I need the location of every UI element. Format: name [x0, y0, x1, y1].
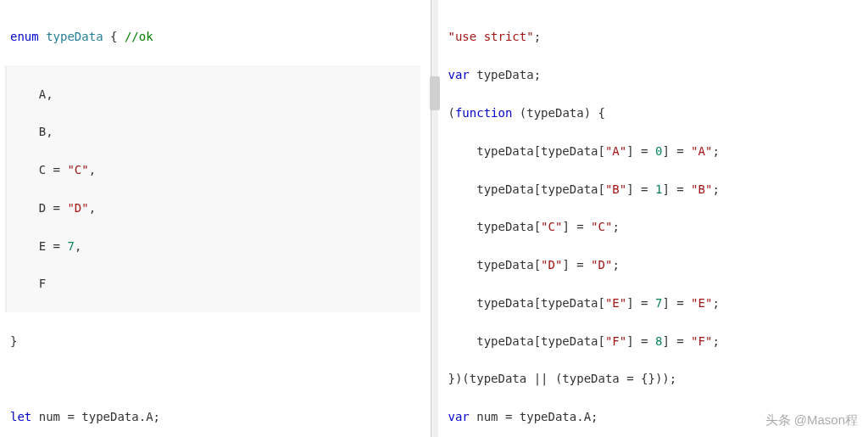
- statement: num = typeData.A;: [470, 410, 598, 423]
- enum-member: A,: [39, 87, 53, 101]
- brace-close: }: [10, 334, 17, 348]
- punct: ;: [612, 258, 619, 272]
- punct: ;: [612, 220, 619, 233]
- enum-member: C =: [39, 163, 68, 176]
- punct: ] =: [626, 296, 655, 310]
- keyword-function: function: [455, 106, 512, 120]
- string-literal: "D": [591, 258, 612, 272]
- string-literal: "E": [605, 296, 626, 310]
- punct: ] =: [662, 182, 691, 196]
- panel-divider[interactable]: [431, 0, 438, 437]
- punct: ] =: [662, 296, 691, 310]
- punct: ] =: [626, 182, 655, 196]
- statement: typeData[: [448, 220, 542, 233]
- code-line: D = "D",: [10, 199, 420, 217]
- punct: ;: [712, 296, 719, 310]
- string-literal: "D": [541, 258, 562, 272]
- code-line: (function (typeData) {: [448, 104, 859, 122]
- statement: typeData[typeData[: [448, 182, 605, 196]
- code-line: let num = typeData.A;: [10, 407, 420, 426]
- string-literal: "C": [591, 220, 612, 233]
- right-code-panel[interactable]: "use strict"; var typeData; (function (t…: [438, 0, 869, 437]
- code-line: E = 7,: [10, 237, 420, 255]
- keyword-let: let: [10, 410, 31, 423]
- code-line: "use strict";: [448, 27, 859, 46]
- code-line: typeData[typeData["B"] = 1] = "B";: [448, 180, 859, 199]
- string-literal: "F": [605, 334, 626, 348]
- string-literal: "B": [605, 182, 626, 196]
- code-line: var num = typeData.A;: [448, 407, 859, 426]
- punct: ] =: [626, 144, 655, 158]
- punct: ,: [89, 163, 96, 176]
- punct: ,: [75, 239, 81, 253]
- punct: ;: [534, 30, 541, 43]
- statement: })(typeData || (typeData = {}));: [448, 372, 677, 385]
- punct: ] =: [626, 334, 655, 348]
- statement: typeData[typeData[: [448, 296, 605, 310]
- code-line: typeData[typeData["E"] = 7] = "E";: [448, 294, 859, 312]
- string-literal: "A": [691, 144, 712, 158]
- statement: num = typeData.A;: [31, 410, 160, 423]
- code-line: typeData[typeData["A"] = 0] = "A";: [448, 142, 859, 160]
- punct: ;: [712, 144, 719, 158]
- brace: {: [110, 30, 117, 43]
- punct: ] =: [562, 258, 591, 272]
- enum-member: D =: [39, 201, 68, 215]
- code-line: B,: [10, 122, 420, 141]
- code-line: C = "C",: [10, 160, 420, 179]
- string-literal: "C": [67, 163, 88, 176]
- string-literal: "D": [67, 201, 88, 215]
- punct: ;: [712, 182, 719, 196]
- statement: (typeData) {: [512, 106, 605, 120]
- punct: (: [448, 106, 455, 120]
- code-line: var typeData;: [448, 65, 859, 84]
- keyword-enum: enum: [10, 30, 39, 43]
- punct: ,: [89, 201, 96, 215]
- punct: ] =: [562, 220, 591, 233]
- code-line: typeData[typeData["F"] = 8] = "F";: [448, 332, 859, 350]
- string-literal: "B": [691, 182, 712, 196]
- statement: typeData;: [470, 68, 541, 81]
- punct: ] =: [662, 144, 691, 158]
- code-line: }: [10, 332, 420, 350]
- keyword-var: var: [448, 410, 470, 423]
- string-literal: "F": [691, 334, 712, 348]
- code-line: enum typeData { //ok: [10, 27, 420, 46]
- code-line: })(typeData || (typeData = {}));: [448, 369, 859, 388]
- enum-member: B,: [39, 125, 53, 138]
- blank-line: [10, 369, 420, 388]
- punct: ] =: [662, 334, 691, 348]
- statement: typeData[: [448, 258, 542, 272]
- divider-handle-icon[interactable]: [430, 76, 440, 110]
- string-literal: "E": [691, 296, 712, 310]
- statement: typeData[typeData[: [448, 144, 605, 158]
- enum-member: E =: [39, 239, 68, 253]
- code-line: typeData["D"] = "D";: [448, 255, 859, 274]
- string-literal: "A": [605, 144, 626, 158]
- code-line: typeData["C"] = "C";: [448, 217, 859, 236]
- string-literal: "C": [541, 220, 562, 233]
- comment: //ok: [125, 30, 153, 43]
- keyword-var: var: [448, 68, 470, 81]
- left-code-panel[interactable]: enum typeData { //ok A, B, C = "C", D = …: [0, 0, 431, 437]
- enum-member: F: [39, 277, 46, 290]
- enum-body: A, B, C = "C", D = "D", E = 7, F: [5, 65, 420, 312]
- statement: typeData[typeData[: [448, 334, 605, 348]
- string-literal: "use strict": [448, 30, 534, 43]
- code-line: A,: [10, 85, 420, 104]
- type-name: typeData: [46, 30, 103, 43]
- number-literal: 7: [67, 239, 74, 253]
- punct: ;: [712, 334, 719, 348]
- code-line: F: [10, 274, 420, 293]
